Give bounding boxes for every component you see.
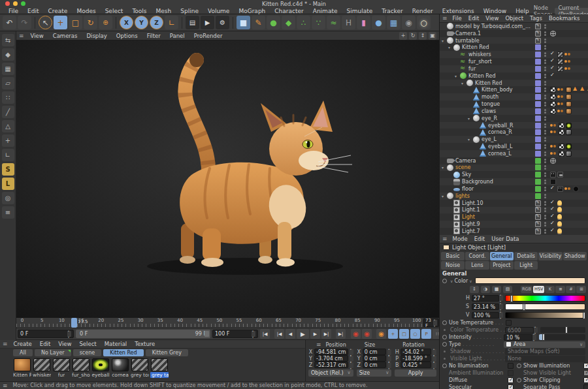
option-row[interactable]: Specular [441,384,515,389]
channel-value-field[interactable]: 100 % [472,312,499,319]
material-thumbnail[interactable] [151,358,168,371]
menu-item[interactable]: Modes [72,8,100,14]
object-row[interactable]: ▾ floor [440,185,588,193]
layer-swatch[interactable] [535,52,541,57]
viewport-menu-item[interactable]: Panel [165,33,189,39]
material[interactable]: fur [52,358,71,378]
model-mode-icon[interactable]: ◆ [2,48,14,61]
object-row[interactable]: ▾ eye_L [440,136,588,143]
stepper-icon[interactable] [350,362,353,368]
screen-picker-icon[interactable]: ▨ [503,286,512,293]
layer-swatch[interactable] [535,151,541,157]
expand-caret-icon[interactable]: ▾ [455,74,459,78]
layer-swatch[interactable] [535,129,541,135]
layer-swatch[interactable] [535,23,541,29]
checker-tag[interactable] [550,87,556,93]
visibility-toggles[interactable] [543,187,547,191]
attribute-manager-menu-item[interactable]: Mode [449,236,471,242]
object-row[interactable]: ▾ Light.9 [440,221,588,228]
tri-tag[interactable] [580,87,586,93]
start-frame-field[interactable]: 0 F [18,330,74,338]
material-menu-item[interactable]: Material [101,341,131,347]
fur-tag[interactable] [566,108,572,114]
blk-tag[interactable] [573,186,579,192]
deformers-icon[interactable]: ∴ [297,16,310,29]
film-tag[interactable] [557,186,563,192]
position-field[interactable]: -94.581 cm [314,349,348,355]
tab-noise[interactable]: Noise [441,261,465,270]
option-checkbox[interactable] [583,363,588,369]
visibility-toggles[interactable] [543,215,547,219]
expand-caret-icon[interactable]: ▾ [468,137,472,142]
odots-tag[interactable] [557,87,564,93]
layer-swatch[interactable] [535,158,541,164]
check-tag[interactable] [550,200,556,206]
layer-swatch[interactable] [535,186,541,192]
hex-mode-button[interactable]: # [566,286,576,293]
layer-swatch[interactable] [535,207,541,213]
material-thumbnail[interactable] [131,358,148,371]
odots-tag[interactable] [550,144,557,149]
bulb-tag[interactable] [557,221,562,227]
toolbar-separator[interactable] [116,17,116,29]
visibility-toggles[interactable] [543,95,547,99]
odots-tag[interactable] [550,129,557,135]
channel-gradient-slider[interactable] [505,303,585,310]
channel-value-field[interactable]: 23.14 % [472,303,499,310]
goto-end-button[interactable]: ▶| [336,329,346,339]
glass-tag[interactable] [566,151,572,157]
object-row[interactable]: ▾ fur [440,65,588,72]
record-active-objects-button[interactable]: ◉ [351,329,361,339]
visibility-toggles[interactable] [543,109,547,114]
layer-swatch[interactable] [535,200,541,206]
eye-tag[interactable] [566,123,572,129]
color-temperature-slider[interactable] [540,327,585,333]
object-row[interactable]: ▾ Light [440,213,588,221]
viewport-menu-item[interactable]: Display [82,33,112,39]
layer-swatch[interactable] [535,38,541,44]
object-row[interactable]: ▾ model by Turbosquid.com_Roman3dd [440,23,588,30]
size-field[interactable]: 0 cm [363,362,387,368]
transform-mode-select[interactable]: Object (Rel.)∨ [308,369,353,377]
object-manager-menu-item[interactable]: Bookmarks [546,15,583,22]
object-row[interactable]: ▾ Light.10 [440,200,588,207]
fur-tag[interactable] [566,94,572,100]
object-row[interactable]: ▾ claws [440,108,588,115]
play-button[interactable]: ▶ [297,329,309,339]
object-manager-menu-icon[interactable]: ≡ [442,15,448,22]
minimize-window-button[interactable] [13,1,18,6]
stepper-icon[interactable] [67,331,71,337]
stepper-icon[interactable] [532,334,536,340]
channel-gradient-slider[interactable] [505,295,585,302]
make-editable-icon[interactable]: ⇆ [2,34,14,46]
layer-swatch[interactable] [535,179,541,185]
layer-tab-kitten-red[interactable]: Kitten Red [103,349,143,356]
visibility-toggles[interactable] [543,165,547,170]
visible-light-select[interactable]: None [505,356,585,362]
edges-mode-icon[interactable]: ╱ [2,106,14,118]
material-menu-icon[interactable]: ≡ [3,341,8,347]
lock-y-axis-icon[interactable]: Y [135,16,148,29]
odots-tag[interactable] [564,52,572,57]
material[interactable]: cornea [111,358,129,378]
check-tag[interactable] [550,207,556,213]
snap-icon[interactable]: S [2,163,14,176]
object-row[interactable]: ▾ eyeball_R [440,122,588,129]
object-row[interactable]: ▾ scene [440,164,588,172]
material-menu-item[interactable]: Edit [36,341,54,347]
object-row[interactable]: ▾ mouth [440,93,588,101]
light-type-select[interactable]: Area ∨ [504,341,585,348]
layer-swatch[interactable] [535,193,541,199]
object-row[interactable]: ▾ cornea_R [440,129,588,136]
bulb-tag[interactable] [557,228,562,234]
keyframe-dot-icon[interactable] [442,320,447,325]
zoom-view-icon[interactable]: ↕ [419,32,427,40]
visibility-toggles[interactable] [543,201,547,206]
key-parameter-toggle[interactable]: P [421,329,431,339]
next-frame-button[interactable]: ▶ [310,329,320,339]
floor-icon[interactable]: ▦ [387,16,400,29]
tri-tag[interactable] [573,87,579,93]
apply-button[interactable]: Apply [395,369,436,377]
visibility-toggles[interactable] [543,130,547,134]
object-manager-menu-item[interactable]: Edit [465,15,482,22]
